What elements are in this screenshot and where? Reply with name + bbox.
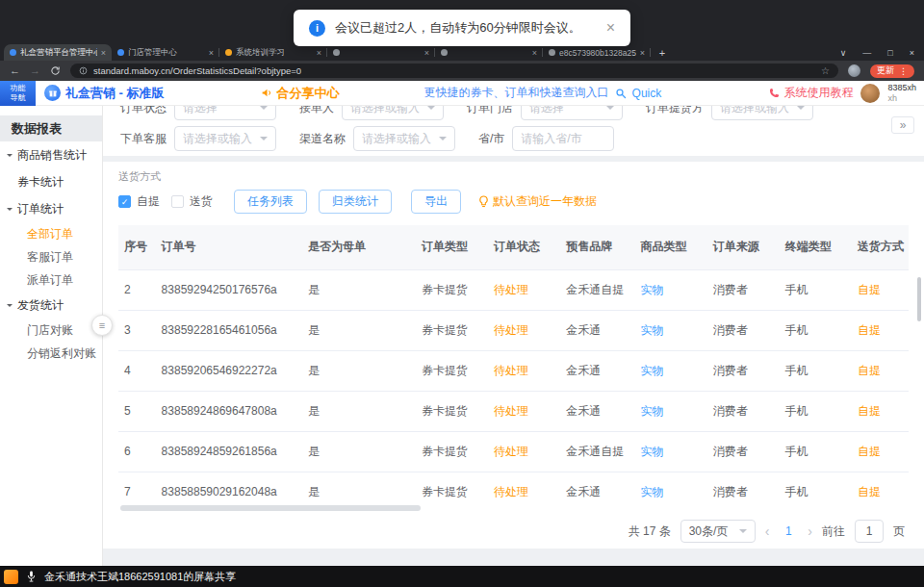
col-is-parent: 是否为母单 [302, 225, 416, 269]
app-title: 礼盒营销 - 标准版 [65, 85, 165, 102]
tab-close-icon[interactable]: × [317, 48, 321, 58]
vertical-scrollbar[interactable] [917, 277, 921, 321]
tab-search-icon[interactable]: ∨ [840, 48, 847, 58]
filter-label: 渠道名称 [299, 131, 346, 147]
classify-stats-button[interactable]: 归类统计 [319, 190, 392, 214]
table-row[interactable]: 5 83858924869647808a 是 券卡提货 待处理 金禾通 实物 消… [118, 391, 909, 431]
sidebar-item-order-stats[interactable]: 订单统计 [0, 195, 102, 222]
col-order-status: 订单状态 [488, 225, 560, 269]
cell-order-status: 待处理 [488, 431, 560, 472]
tab-close-icon[interactable]: × [640, 48, 645, 58]
toast-close-icon[interactable]: × [606, 20, 615, 36]
sidebar-item-product-sales[interactable]: 商品销售统计 [0, 141, 102, 168]
function-nav-toggle[interactable]: 功能 导航 [0, 81, 36, 106]
col-delivery-method: 送货方式 [852, 225, 909, 269]
quick-entry-link[interactable]: 更快捷的券卡、订单和快递查询入口 Quick [424, 85, 662, 101]
prev-page-button[interactable]: ‹ [765, 523, 770, 539]
checkbox-delivery[interactable]: 送货 [171, 193, 213, 210]
goto-page-input[interactable] [855, 520, 884, 543]
screen-share-text: 金禾通技术王斌18662591081的屏幕共享 [44, 570, 236, 584]
user-avatar[interactable] [860, 84, 880, 103]
receiver-select[interactable]: 请选择或输入 [342, 106, 444, 120]
task-list-button[interactable]: 任务列表 [234, 190, 307, 214]
app-header: 功能 导航 礼盒营销 - 标准版 合分享中心 更快捷的券卡、订单和快递查询入口 … [0, 81, 924, 106]
page-size-select[interactable]: 30条/页 [680, 520, 756, 543]
meeting-app-icon [4, 570, 18, 584]
forward-icon[interactable]: → [30, 65, 40, 76]
phone-icon [769, 88, 780, 98]
update-button[interactable]: 更新 ⋮ [870, 64, 914, 78]
order-store-select[interactable]: 请选择 [521, 106, 623, 120]
browser-tab-hash[interactable]: e8c573980b1328a258fd2e6 × [543, 44, 651, 61]
province-city-input[interactable]: 请输入省/市 [512, 126, 614, 151]
browser-profile-avatar[interactable] [848, 64, 860, 77]
browser-menu-icon[interactable]: ⋮ [899, 66, 908, 76]
browser-tab-store-admin[interactable]: 门店管理中心 × [112, 44, 219, 61]
cell-product-type-link[interactable]: 实物 [634, 431, 706, 472]
sidebar-item-rebate-reconcile[interactable]: 分销返利对账 [0, 342, 102, 365]
table-row[interactable]: 4 83859206546922272a 是 券卡提货 待处理 金禾通 实物 消… [118, 350, 909, 391]
next-page-button[interactable]: › [808, 523, 812, 539]
caret-down-icon [5, 150, 13, 160]
new-tab-button[interactable]: + [654, 45, 670, 61]
filter-label: 订单门店 [467, 106, 513, 116]
cell-terminal-type: 手机 [780, 310, 852, 350]
horizontal-scrollbar[interactable] [118, 504, 909, 512]
maximize-button[interactable]: □ [887, 48, 892, 58]
scrollbar-thumb[interactable] [120, 505, 421, 511]
cell-order-type: 券卡提货 [416, 472, 488, 502]
sidebar-item-store-reconcile[interactable]: 门店对账 [0, 319, 102, 342]
tab-favicon [10, 49, 16, 56]
tutorial-link[interactable]: 系统使用教程 [769, 85, 853, 101]
tab-close-icon[interactable]: × [101, 48, 106, 58]
table-row[interactable]: 3 83859228165461056a 是 券卡提货 待处理 金禾通 实物 消… [118, 310, 909, 350]
pickup-party-select[interactable]: 请选择或输入 [711, 106, 813, 120]
cell-product-type-link[interactable]: 实物 [634, 269, 706, 310]
back-icon[interactable]: ← [10, 65, 20, 76]
order-agent-select[interactable]: 请选择或输入 [174, 126, 276, 151]
order-status-select[interactable]: 请选择 [174, 106, 276, 120]
cell-product-type-link[interactable]: 实物 [634, 391, 706, 431]
chevron-down-icon [606, 106, 614, 114]
reload-icon[interactable] [50, 65, 61, 76]
tab-close-icon[interactable]: × [424, 48, 429, 58]
delivery-method-label: 送货方式 [118, 169, 909, 184]
sidebar-section-data-reports[interactable]: 数据报表 [0, 115, 102, 141]
bookmark-star-icon[interactable]: ☆ [821, 65, 830, 76]
sidebar-item-ship-stats[interactable]: 发货统计 [0, 292, 102, 319]
close-window-button[interactable]: × [910, 48, 914, 58]
table-row[interactable]: 7 83858859029162048a 是 券卡提货 待处理 金禾通 实物 消… [118, 472, 909, 502]
sidebar-item-voucher-stats[interactable]: 券卡统计 [0, 168, 102, 195]
checkbox-checked-icon[interactable]: ✓ [118, 195, 131, 208]
tab-close-icon[interactable]: × [209, 48, 214, 58]
browser-tab-gift-admin[interactable]: 礼盒营销平台管理中心 × [4, 44, 112, 61]
tab-close-icon[interactable]: × [532, 48, 537, 58]
cell-product-type-link[interactable]: 实物 [634, 472, 706, 502]
table-row[interactable]: 2 83859294250176576a 是 券卡提货 待处理 金禾通自提 实物… [118, 269, 909, 310]
sidebar-item-all-orders[interactable]: 全部订单 [0, 222, 102, 245]
export-button[interactable]: 导出 [411, 190, 461, 214]
share-center-link[interactable]: 合分享中心 [261, 85, 340, 102]
sidebar-collapse-button[interactable]: ≡ [91, 315, 113, 336]
checkbox-unchecked-icon[interactable] [171, 195, 184, 208]
checkbox-label: 自提 [137, 193, 160, 210]
cell-is-parent: 是 [302, 350, 416, 391]
cell-terminal-type: 手机 [780, 269, 852, 310]
current-page-button[interactable]: 1 [779, 524, 798, 538]
checkbox-pickup[interactable]: ✓ 自提 [118, 193, 160, 210]
cell-product-type-link[interactable]: 实物 [634, 310, 706, 350]
table-row[interactable]: 6 83858924859261856a 是 券卡提货 待处理 金禾通自提 实物… [118, 431, 909, 472]
user-id: 8385xh [887, 83, 916, 92]
address-bar[interactable]: standard.maboy.cn/OrderStatisticsDetail?… [70, 64, 838, 78]
sidebar-item-dispatch-orders[interactable]: 派单订单 [0, 268, 102, 292]
cell-order-no: 83859206546922272a [156, 350, 302, 391]
filter-collapse-button[interactable]: » [891, 116, 914, 134]
channel-name-select[interactable]: 请选择或输入 [353, 126, 455, 151]
sidebar-item-cs-orders[interactable]: 客服订单 [0, 245, 102, 268]
browser-tab-4[interactable]: × [327, 44, 435, 61]
cell-product-type-link[interactable]: 实物 [634, 350, 706, 391]
browser-tab-training[interactable]: 系统培训学习 × [219, 44, 327, 61]
minimize-button[interactable]: — [862, 48, 871, 58]
cell-is-parent: 是 [302, 472, 416, 502]
browser-tab-5[interactable]: × [435, 44, 543, 61]
